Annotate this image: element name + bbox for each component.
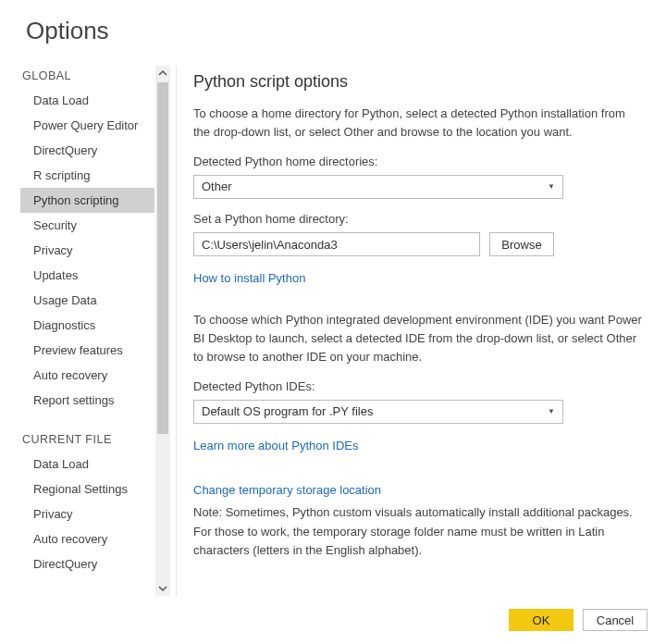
- scroll-up-icon[interactable]: [155, 66, 170, 80]
- nav-updates[interactable]: Updates: [20, 263, 154, 288]
- chevron-down-icon: ▼: [548, 181, 555, 192]
- scroll-thumb[interactable]: [157, 82, 168, 434]
- vertical-divider: [176, 66, 177, 596]
- browse-button[interactable]: Browse: [489, 232, 554, 256]
- ide-intro: To choose which Python integrated develo…: [193, 311, 642, 366]
- nav-cf-auto-recovery[interactable]: Auto recovery: [20, 526, 154, 551]
- home-path-input[interactable]: [193, 232, 480, 256]
- detected-dirs-value: Other: [202, 178, 232, 196]
- nav-cf-data-load[interactable]: Data Load: [20, 452, 154, 477]
- nav-directquery[interactable]: DirectQuery: [20, 138, 154, 163]
- dialog-title: Options: [0, 0, 666, 62]
- sidebar: GLOBAL Data Load Power Query Editor Dire…: [0, 62, 176, 600]
- sidebar-section-global: GLOBAL: [20, 62, 154, 88]
- set-home-label: Set a Python home directory:: [193, 210, 642, 229]
- nav-auto-recovery[interactable]: Auto recovery: [20, 363, 154, 388]
- storage-note: Note: Sometimes, Python custom visuals a…: [193, 503, 642, 559]
- nav-cf-privacy[interactable]: Privacy: [20, 502, 154, 526]
- chevron-down-icon: ▼: [548, 406, 555, 417]
- ok-button[interactable]: OK: [509, 609, 574, 631]
- change-storage-link[interactable]: Change temporary storage location: [193, 481, 381, 500]
- sidebar-scrollbar[interactable]: [155, 66, 170, 596]
- nav-power-query-editor[interactable]: Power Query Editor: [20, 113, 154, 138]
- detected-ides-label: Detected Python IDEs:: [193, 378, 642, 396]
- install-python-link[interactable]: How to install Python: [193, 269, 305, 288]
- nav-report-settings[interactable]: Report settings: [20, 388, 154, 413]
- detected-ides-dropdown[interactable]: Default OS program for .PY files ▼: [193, 400, 563, 424]
- content-pane: Python script options To choose a home d…: [180, 62, 666, 600]
- nav-privacy[interactable]: Privacy: [20, 238, 154, 263]
- dialog-footer: OK Cancel: [0, 600, 666, 644]
- dialog-body: GLOBAL Data Load Power Query Editor Dire…: [0, 62, 666, 600]
- nav-cf-regional-settings[interactable]: Regional Settings: [20, 477, 154, 502]
- detected-ides-value: Default OS program for .PY files: [202, 402, 373, 421]
- nav-security[interactable]: Security: [20, 213, 154, 238]
- nav-cf-directquery[interactable]: DirectQuery: [20, 551, 154, 576]
- nav-data-load[interactable]: Data Load: [20, 88, 154, 113]
- nav-r-scripting[interactable]: R scripting: [20, 163, 154, 188]
- intro-text: To choose a home directory for Python, s…: [193, 105, 642, 142]
- detected-dirs-dropdown[interactable]: Other ▼: [193, 175, 563, 199]
- options-dialog: Options GLOBAL Data Load Power Query Edi…: [0, 0, 666, 644]
- learn-ides-link[interactable]: Learn more about Python IDEs: [193, 437, 359, 455]
- nav-python-scripting[interactable]: Python scripting: [20, 188, 154, 213]
- cancel-button[interactable]: Cancel: [583, 609, 648, 631]
- nav-usage-data[interactable]: Usage Data: [20, 288, 154, 313]
- nav-diagnostics[interactable]: Diagnostics: [20, 313, 154, 338]
- content-heading: Python script options: [193, 69, 642, 95]
- detected-dirs-label: Detected Python home directories:: [193, 153, 642, 171]
- sidebar-section-current-file: CURRENT FILE: [20, 426, 154, 452]
- scroll-down-icon[interactable]: [155, 581, 170, 596]
- nav-preview-features[interactable]: Preview features: [20, 338, 154, 363]
